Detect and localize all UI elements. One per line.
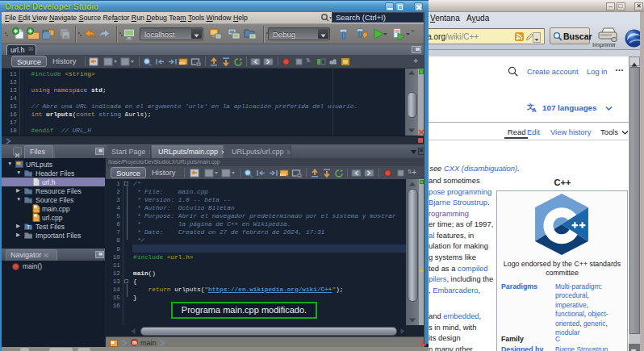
svg-text:m: m [132, 340, 137, 345]
svg-text:T: T [27, 224, 31, 230]
svg-text:A: A [532, 107, 537, 113]
